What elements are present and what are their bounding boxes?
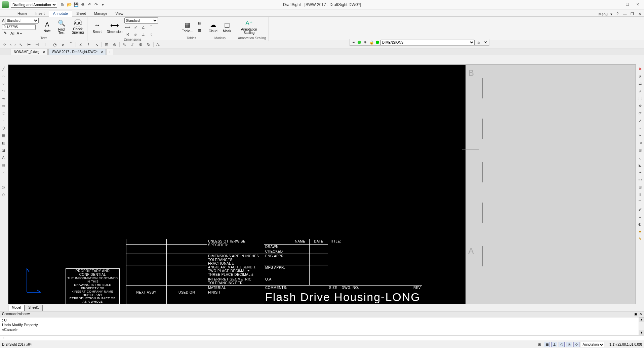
misc1-icon[interactable]: ◐: [637, 221, 643, 227]
misc2-icon[interactable]: ●: [637, 228, 643, 234]
move-icon[interactable]: ✥: [637, 103, 643, 109]
tb-edit-icon[interactable]: ✎: [121, 42, 128, 48]
trim-icon[interactable]: ✂: [637, 132, 643, 138]
hatch-icon[interactable]: ▦: [0, 132, 7, 138]
menu-chevron-icon[interactable]: ▾: [610, 12, 612, 16]
tab-view[interactable]: View: [111, 10, 127, 16]
tb-linear-icon[interactable]: ⟷: [9, 42, 16, 48]
props-icon[interactable]: ☰: [637, 199, 643, 205]
array-icon[interactable]: ⊞: [637, 184, 643, 190]
layer-on-icon[interactable]: [358, 41, 361, 44]
new-icon[interactable]: 🗎: [60, 2, 65, 7]
dim-linear-icon[interactable]: ⟷: [124, 24, 131, 30]
help-icon[interactable]: ?: [615, 12, 620, 16]
arc-icon[interactable]: ◠: [0, 88, 7, 94]
mirror-icon[interactable]: ⇄: [637, 81, 643, 87]
tb-tol-icon[interactable]: ⊞: [103, 42, 110, 48]
tb-style-icon[interactable]: Aₛ: [155, 42, 162, 48]
line-icon[interactable]: ╱: [0, 66, 7, 72]
note-button[interactable]: A Note: [42, 20, 52, 33]
anno-scale-button[interactable]: A⁺ Annotation Scaling: [237, 19, 261, 35]
extend-icon[interactable]: ⇥: [637, 140, 643, 146]
point-icon[interactable]: ·: [0, 118, 7, 124]
block-icon[interactable]: ◪: [0, 147, 7, 153]
tb-diameter-icon[interactable]: ⌀: [59, 42, 66, 48]
file-tab[interactable]: SWW 2017 - DraftSight.DWG* ✕: [48, 49, 106, 55]
stretch-icon[interactable]: ↔: [637, 125, 643, 131]
file-tab[interactable]: NONAME_0.dwg ✕: [10, 49, 48, 55]
menu-button[interactable]: Menu: [598, 12, 608, 16]
fillet-icon[interactable]: ◟: [637, 155, 643, 161]
circle-icon[interactable]: ○: [0, 81, 7, 87]
grid-icon[interactable]: ▦: [544, 342, 550, 347]
cmd-dock-icon[interactable]: ▣: [634, 312, 637, 316]
tab-home[interactable]: Home: [13, 10, 31, 16]
check-spelling-button[interactable]: ABC Check Spelling: [71, 19, 85, 35]
tb-oblique-icon[interactable]: ⫽: [129, 42, 136, 48]
explode-icon[interactable]: ✦: [637, 169, 643, 175]
construction-icon[interactable]: ⟋: [0, 169, 7, 175]
cloud-button[interactable]: ☁ Cloud: [207, 20, 219, 33]
break-icon[interactable]: ⊟: [637, 147, 643, 153]
ray-icon[interactable]: →: [0, 177, 7, 183]
layer-prev-icon[interactable]: ⎌: [476, 40, 481, 45]
tab-annotate[interactable]: Annotate: [49, 10, 72, 17]
open-icon[interactable]: 📂: [67, 2, 72, 7]
snap-icon[interactable]: ⊞: [536, 342, 542, 347]
ortho-icon[interactable]: ⊥: [551, 342, 557, 347]
text-height-input[interactable]: [2, 24, 36, 30]
scroll-down-icon[interactable]: ▼: [639, 331, 644, 335]
ring-icon[interactable]: ◎: [0, 184, 7, 190]
print-icon[interactable]: 🖶: [80, 2, 85, 7]
mask-button[interactable]: ◫ Mask: [221, 20, 233, 33]
rect-icon[interactable]: ▭: [0, 103, 7, 109]
cmd-input[interactable]: :: [0, 335, 644, 341]
chamfer-icon[interactable]: ◣: [637, 162, 643, 168]
scale2-icon[interactable]: ⤢: [637, 118, 643, 124]
copy-icon[interactable]: ⎘: [637, 73, 643, 79]
drawing-canvas[interactable]: B A PROPRIETARY AND CONFIDENTIAL THE INF…: [8, 64, 636, 304]
tab-manage[interactable]: Manage: [90, 10, 112, 16]
tb-update-icon[interactable]: ↻: [145, 42, 152, 48]
dim-arc-icon[interactable]: ⌒: [148, 24, 154, 30]
anno-scale-select[interactable]: Annotation: [581, 342, 604, 347]
workspace-select[interactable]: Drafting and Annotation: [11, 2, 57, 8]
tb-radius-icon[interactable]: ◔: [51, 42, 58, 48]
save-icon[interactable]: 💾: [73, 2, 79, 7]
tb-ordinate-icon[interactable]: ⊥: [42, 42, 48, 48]
tab-sheet[interactable]: Sheet: [72, 10, 90, 16]
model-tab[interactable]: Model: [8, 305, 25, 311]
shape-icon[interactable]: ◇: [0, 191, 7, 198]
file-tab-close-icon[interactable]: ✕: [101, 50, 104, 54]
region-icon[interactable]: ◧: [0, 140, 7, 146]
find-text-button[interactable]: 🔍 Find Text: [54, 19, 69, 35]
smart-dim-button[interactable]: ↔ Smart: [89, 21, 105, 34]
layer-color-icon[interactable]: [376, 41, 379, 44]
redo-icon[interactable]: ↷: [93, 2, 99, 7]
text-scale-icon[interactable]: A↔: [17, 31, 23, 36]
doc-restore-icon[interactable]: ❐: [630, 12, 635, 16]
qat-custom-icon[interactable]: ▾: [100, 2, 106, 7]
maximize-icon[interactable]: ❐: [625, 2, 630, 7]
dim-diameter-icon[interactable]: ⌀: [132, 31, 139, 37]
dim-angular-icon[interactable]: ∠: [140, 24, 147, 30]
doc-minimize-icon[interactable]: —: [622, 12, 627, 16]
paint-icon[interactable]: ✎: [637, 236, 643, 242]
dimension-button[interactable]: ⟷ Dimension: [107, 21, 122, 34]
offset-icon[interactable]: ⫽: [637, 88, 643, 94]
tb-angular-icon[interactable]: ∠: [77, 42, 84, 48]
tb-override-icon[interactable]: ⚙: [137, 42, 144, 48]
esnap-icon[interactable]: ◎: [566, 342, 572, 347]
text-style-select[interactable]: Standard: [5, 18, 39, 24]
tb-baseline-icon[interactable]: ⊢: [26, 42, 32, 48]
tb-jog-icon[interactable]: ⌇: [85, 42, 92, 48]
table-button[interactable]: ▦ Table...: [180, 20, 195, 33]
dim-style-select[interactable]: Standard: [124, 17, 158, 24]
doc-close-icon[interactable]: ✕: [637, 12, 642, 16]
table2-icon[interactable]: ▤: [0, 162, 7, 168]
minimize-icon[interactable]: —: [615, 2, 620, 7]
file-tab-close-icon[interactable]: ✕: [43, 50, 45, 54]
dim-radius-icon[interactable]: R: [124, 31, 131, 37]
tb-aligned-icon[interactable]: ⤡: [17, 42, 24, 48]
tbl-export-icon[interactable]: ▥: [197, 28, 203, 34]
